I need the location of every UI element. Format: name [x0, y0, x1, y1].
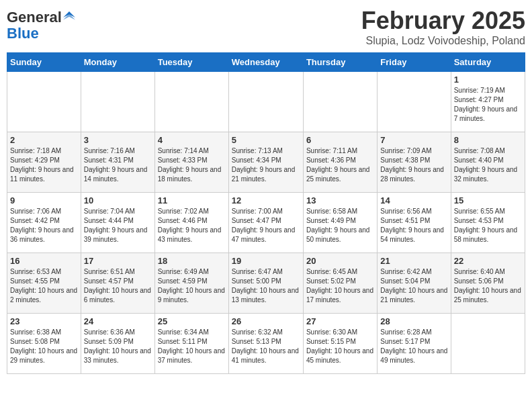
day-info: Sunrise: 7:08 AM Sunset: 4:40 PM Dayligh…: [454, 146, 522, 184]
day-info: Sunrise: 7:13 AM Sunset: 4:34 PM Dayligh…: [232, 146, 300, 184]
day-number: 27: [306, 316, 374, 326]
day-number: 20: [306, 256, 374, 266]
day-info: Sunrise: 7:18 AM Sunset: 4:29 PM Dayligh…: [10, 146, 78, 184]
day-number: 21: [380, 256, 447, 266]
calendar-cell: 25Sunrise: 6:34 AM Sunset: 5:11 PM Dayli…: [154, 314, 228, 374]
day-info: Sunrise: 6:49 AM Sunset: 4:59 PM Dayligh…: [158, 267, 226, 305]
weekday-header-tuesday: Tuesday: [154, 53, 228, 72]
calendar-week-4: 16Sunrise: 6:53 AM Sunset: 4:55 PM Dayli…: [7, 253, 525, 314]
weekday-header-thursday: Thursday: [303, 53, 377, 72]
day-number: 28: [380, 316, 447, 326]
day-info: Sunrise: 7:14 AM Sunset: 4:33 PM Dayligh…: [158, 146, 226, 184]
day-info: Sunrise: 7:19 AM Sunset: 4:27 PM Dayligh…: [454, 86, 522, 124]
day-number: 18: [158, 256, 226, 266]
day-number: 16: [10, 256, 78, 266]
weekday-header-friday: Friday: [378, 53, 451, 72]
logo-icon: [63, 11, 75, 24]
day-number: 24: [84, 316, 152, 326]
day-number: 11: [158, 195, 226, 205]
day-info: Sunrise: 7:04 AM Sunset: 4:44 PM Dayligh…: [84, 207, 152, 244]
day-info: Sunrise: 6:40 AM Sunset: 5:06 PM Dayligh…: [454, 267, 522, 305]
day-number: 2: [10, 135, 78, 145]
calendar-week-2: 2Sunrise: 7:18 AM Sunset: 4:29 PM Daylig…: [7, 132, 525, 193]
calendar-cell: 23Sunrise: 6:38 AM Sunset: 5:08 PM Dayli…: [7, 314, 81, 374]
day-info: Sunrise: 6:56 AM Sunset: 4:51 PM Dayligh…: [380, 207, 447, 244]
day-info: Sunrise: 7:06 AM Sunset: 4:42 PM Dayligh…: [10, 207, 78, 244]
calendar-cell: 9Sunrise: 7:06 AM Sunset: 4:42 PM Daylig…: [7, 193, 81, 253]
day-info: Sunrise: 6:47 AM Sunset: 5:00 PM Dayligh…: [232, 267, 300, 305]
calendar-cell: 20Sunrise: 6:45 AM Sunset: 5:02 PM Dayli…: [303, 253, 377, 314]
calendar-cell: 15Sunrise: 6:55 AM Sunset: 4:53 PM Dayli…: [451, 193, 525, 253]
calendar-cell: 24Sunrise: 6:36 AM Sunset: 5:09 PM Dayli…: [81, 314, 154, 374]
day-number: 14: [380, 195, 447, 205]
calendar-week-3: 9Sunrise: 7:06 AM Sunset: 4:42 PM Daylig…: [7, 193, 525, 253]
day-number: 19: [232, 256, 300, 266]
day-info: Sunrise: 6:58 AM Sunset: 4:49 PM Dayligh…: [306, 207, 374, 244]
calendar-cell: 3Sunrise: 7:16 AM Sunset: 4:31 PM Daylig…: [81, 132, 154, 193]
calendar-cell: 21Sunrise: 6:42 AM Sunset: 5:04 PM Dayli…: [378, 253, 451, 314]
day-info: Sunrise: 6:36 AM Sunset: 5:09 PM Dayligh…: [84, 328, 152, 365]
calendar-cell: 5Sunrise: 7:13 AM Sunset: 4:34 PM Daylig…: [228, 132, 303, 193]
day-number: 3: [84, 135, 152, 145]
calendar-cell: 13Sunrise: 6:58 AM Sunset: 4:49 PM Dayli…: [303, 193, 377, 253]
day-number: 12: [232, 195, 300, 205]
day-info: Sunrise: 7:00 AM Sunset: 4:47 PM Dayligh…: [232, 207, 300, 244]
calendar: SundayMondayTuesdayWednesdayThursdayFrid…: [7, 52, 525, 374]
calendar-header: SundayMondayTuesdayWednesdayThursdayFrid…: [7, 53, 525, 72]
day-number: 22: [454, 256, 522, 266]
day-number: 26: [232, 316, 300, 326]
subtitle: Slupia, Lodz Voivodeship, Poland: [361, 35, 525, 47]
day-number: 6: [306, 135, 374, 145]
calendar-cell: 8Sunrise: 7:08 AM Sunset: 4:40 PM Daylig…: [451, 132, 525, 193]
day-info: Sunrise: 6:32 AM Sunset: 5:13 PM Dayligh…: [232, 328, 300, 365]
calendar-cell: 11Sunrise: 7:02 AM Sunset: 4:46 PM Dayli…: [154, 193, 228, 253]
day-info: Sunrise: 6:28 AM Sunset: 5:17 PM Dayligh…: [380, 328, 447, 365]
day-info: Sunrise: 6:45 AM Sunset: 5:02 PM Dayligh…: [306, 267, 374, 305]
month-title: February 2025: [361, 7, 525, 35]
calendar-cell: 19Sunrise: 6:47 AM Sunset: 5:00 PM Dayli…: [228, 253, 303, 314]
weekday-header-saturday: Saturday: [451, 53, 525, 72]
logo: General Blue: [7, 9, 75, 42]
day-number: 23: [10, 316, 78, 326]
day-info: Sunrise: 7:16 AM Sunset: 4:31 PM Dayligh…: [84, 146, 152, 184]
calendar-cell: 26Sunrise: 6:32 AM Sunset: 5:13 PM Dayli…: [228, 314, 303, 374]
svg-marker-1: [63, 14, 75, 20]
calendar-cell: [7, 72, 81, 132]
weekday-header-row: SundayMondayTuesdayWednesdayThursdayFrid…: [7, 53, 525, 72]
day-info: Sunrise: 6:55 AM Sunset: 4:53 PM Dayligh…: [454, 207, 522, 244]
day-number: 1: [454, 75, 522, 85]
calendar-cell: [451, 314, 525, 374]
day-number: 4: [158, 135, 226, 145]
calendar-body: 1Sunrise: 7:19 AM Sunset: 4:27 PM Daylig…: [7, 72, 525, 374]
calendar-week-5: 23Sunrise: 6:38 AM Sunset: 5:08 PM Dayli…: [7, 314, 525, 374]
calendar-cell: 14Sunrise: 6:56 AM Sunset: 4:51 PM Dayli…: [378, 193, 451, 253]
day-info: Sunrise: 7:02 AM Sunset: 4:46 PM Dayligh…: [158, 207, 226, 244]
day-number: 25: [158, 316, 226, 326]
day-number: 15: [454, 195, 522, 205]
calendar-cell: 2Sunrise: 7:18 AM Sunset: 4:29 PM Daylig…: [7, 132, 81, 193]
calendar-cell: 7Sunrise: 7:09 AM Sunset: 4:38 PM Daylig…: [378, 132, 451, 193]
calendar-cell: 10Sunrise: 7:04 AM Sunset: 4:44 PM Dayli…: [81, 193, 154, 253]
calendar-cell: [81, 72, 154, 132]
calendar-cell: 1Sunrise: 7:19 AM Sunset: 4:27 PM Daylig…: [451, 72, 525, 132]
calendar-cell: [154, 72, 228, 132]
day-info: Sunrise: 6:38 AM Sunset: 5:08 PM Dayligh…: [10, 328, 78, 365]
header: General Blue February 2025 Slupia, Lodz …: [7, 7, 525, 47]
calendar-cell: [378, 72, 451, 132]
day-number: 5: [232, 135, 300, 145]
day-info: Sunrise: 7:09 AM Sunset: 4:38 PM Dayligh…: [380, 146, 447, 184]
day-number: 9: [10, 195, 78, 205]
day-info: Sunrise: 6:34 AM Sunset: 5:11 PM Dayligh…: [158, 328, 226, 365]
day-info: Sunrise: 6:42 AM Sunset: 5:04 PM Dayligh…: [380, 267, 447, 305]
day-number: 17: [84, 256, 152, 266]
day-info: Sunrise: 7:11 AM Sunset: 4:36 PM Dayligh…: [306, 146, 374, 184]
day-info: Sunrise: 6:30 AM Sunset: 5:15 PM Dayligh…: [306, 328, 374, 365]
calendar-cell: [228, 72, 303, 132]
calendar-cell: 4Sunrise: 7:14 AM Sunset: 4:33 PM Daylig…: [154, 132, 228, 193]
calendar-cell: 22Sunrise: 6:40 AM Sunset: 5:06 PM Dayli…: [451, 253, 525, 314]
day-number: 7: [380, 135, 447, 145]
day-info: Sunrise: 6:53 AM Sunset: 4:55 PM Dayligh…: [10, 267, 78, 305]
calendar-cell: 12Sunrise: 7:00 AM Sunset: 4:47 PM Dayli…: [228, 193, 303, 253]
logo-blue-text: Blue: [7, 26, 75, 42]
day-number: 8: [454, 135, 522, 145]
